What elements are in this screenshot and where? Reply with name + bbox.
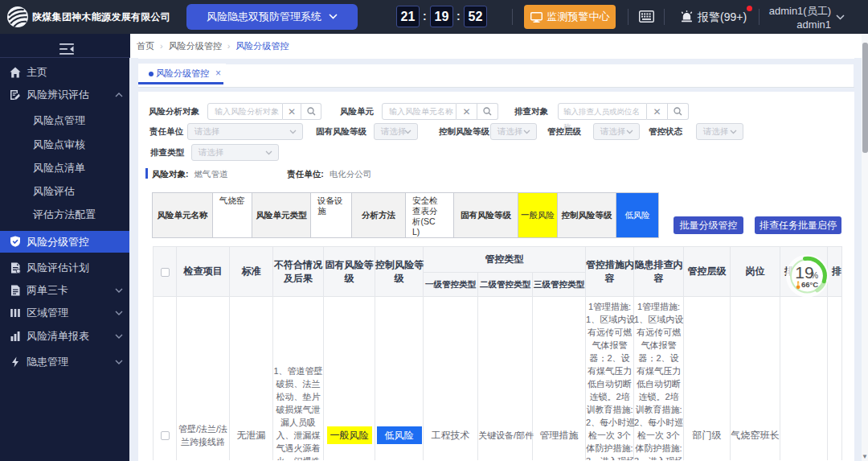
svg-text:66°C: 66°C [801,280,818,289]
svg-text:%: % [811,270,818,280]
